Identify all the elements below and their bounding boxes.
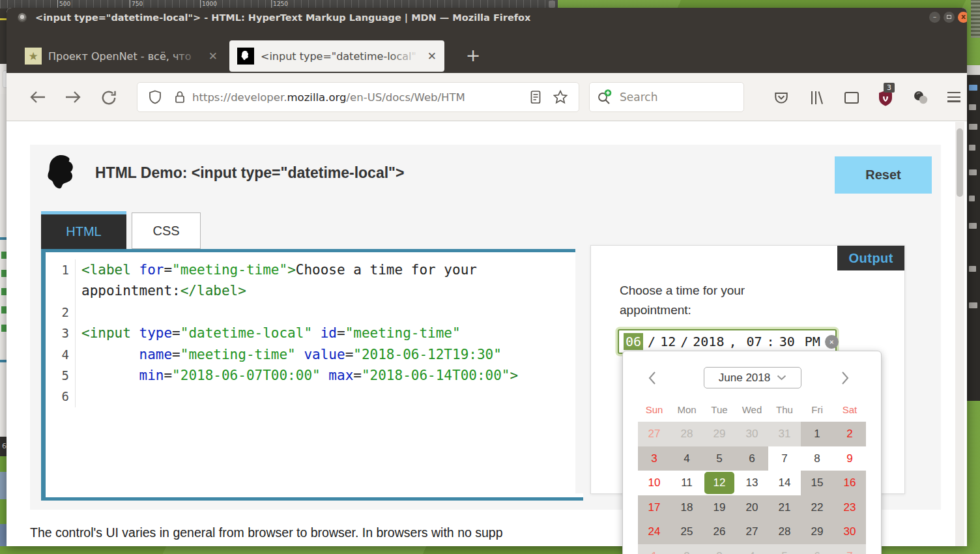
code-text[interactable]: name="meeting-time" value="2018-06-12T19… — [76, 344, 532, 365]
calendar-day-cell[interactable]: 27 — [736, 519, 768, 544]
calendar-day-cell[interactable]: 31 — [768, 422, 801, 446]
forward-button[interactable] — [64, 89, 82, 105]
reader-mode-icon[interactable] — [530, 90, 541, 104]
calendar-month-dropdown[interactable]: June 2018 — [704, 367, 801, 388]
code-text[interactable] — [76, 386, 532, 407]
line-number: 2 — [46, 302, 76, 323]
menu-button[interactable] — [947, 92, 960, 102]
search-bar[interactable]: Search — [589, 82, 744, 112]
url-bar[interactable]: https://developer.mozilla.org/en-US/docs… — [137, 82, 579, 112]
calendar-next-button[interactable] — [841, 371, 856, 386]
calendar-day-cell[interactable]: 27 — [638, 422, 670, 446]
calendar-day-cell[interactable]: 1 — [638, 544, 670, 554]
calendar-day-cell[interactable]: 10 — [638, 471, 670, 495]
calendar-day-cell[interactable]: 17 — [638, 495, 670, 520]
calendar-day-cell[interactable]: 29 — [801, 519, 833, 544]
calendar-day-cell[interactable]: 23 — [833, 495, 866, 520]
maximize-button[interactable] — [944, 12, 955, 23]
calendar-day-cell[interactable]: 30 — [736, 422, 768, 446]
tab-html[interactable]: HTML — [41, 211, 126, 249]
calendar-day-cell[interactable]: 16 — [833, 471, 866, 495]
calendar-day-cell[interactable]: 6 — [801, 544, 833, 554]
code-line[interactable]: 2 — [46, 302, 583, 323]
code-line[interactable]: 1<label for="meeting-time">Choose a time… — [46, 259, 583, 302]
calendar-day-cell[interactable]: 30 — [833, 519, 866, 544]
code-line[interactable]: 4 name="meeting-time" value="2018-06-12T… — [46, 344, 583, 365]
code-text[interactable]: <input type="datetime-local" id="meeting… — [76, 323, 532, 343]
new-tab-button[interactable]: + — [460, 40, 486, 72]
calendar-day-cell[interactable]: 4 — [736, 544, 768, 554]
background-fragment — [969, 266, 976, 272]
clear-button[interactable]: ✕ — [825, 335, 839, 349]
code-text[interactable]: <label for="meeting-time">Choose a time … — [76, 259, 532, 302]
calendar-day-cell[interactable]: 1 — [801, 422, 833, 446]
screenshot-icon[interactable] — [843, 90, 860, 106]
calendar-day-cell[interactable]: 4 — [670, 446, 703, 471]
code-line[interactable]: 5 min="2018-06-07T00:00" max="2018-06-14… — [46, 365, 583, 386]
code-line[interactable]: 3<input type="datetime-local" id="meetin… — [46, 323, 583, 343]
calendar-day-cell[interactable]: 6 — [736, 446, 768, 471]
calendar-day-cell[interactable]: 15 — [801, 471, 833, 495]
calendar-day-cell[interactable]: 28 — [670, 422, 703, 446]
calendar-day-cell[interactable]: 21 — [768, 495, 801, 520]
close-button[interactable]: x — [958, 12, 967, 23]
calendar-day-cell[interactable]: 20 — [736, 495, 768, 520]
calendar-day-cell[interactable]: 7 — [833, 544, 866, 554]
back-button[interactable] — [29, 89, 47, 105]
calendar-day-cell[interactable]: 9 — [833, 446, 866, 471]
ruler-icon — [549, 1, 555, 8]
calendar-day-cell[interactable]: 29 — [703, 422, 736, 446]
page-scrollbar[interactable] — [955, 122, 964, 546]
extension-icon[interactable] — [912, 90, 929, 106]
tab-mdn-active[interactable]: <input type="datetime-local" ✕ — [229, 40, 444, 72]
datetime-meridiem-segment[interactable]: PM — [805, 334, 820, 349]
url-text[interactable]: https://developer.mozilla.org/en-US/docs… — [192, 91, 524, 104]
reload-button[interactable] — [100, 89, 117, 106]
bookmark-star-icon[interactable] — [553, 90, 568, 104]
tab-opennet[interactable]: ★ Проект OpenNet - всё, что ✕ — [17, 40, 225, 72]
calendar-day-cell[interactable]: 12 — [703, 471, 736, 495]
calendar-day-cell[interactable]: 25 — [670, 519, 703, 544]
calendar-day-cell[interactable]: 19 — [703, 495, 736, 520]
pocket-icon[interactable] — [773, 90, 789, 106]
datetime-month-segment[interactable]: 06 — [624, 333, 643, 350]
tab-close-icon[interactable]: ✕ — [201, 50, 225, 63]
calendar-day-cell[interactable]: 3 — [703, 544, 736, 554]
datetime-day-segment[interactable]: 12 — [660, 334, 676, 349]
calendar-prev-button[interactable] — [648, 371, 663, 386]
calendar-day-cell[interactable]: 5 — [768, 544, 801, 554]
calendar-day-cell[interactable]: 22 — [801, 495, 833, 520]
datetime-minute-segment[interactable]: 30 — [779, 334, 795, 349]
datetime-year-segment[interactable]: 2018 — [693, 334, 724, 349]
window-menu-icon[interactable] — [18, 13, 27, 22]
calendar-day-cell[interactable]: 8 — [801, 446, 833, 471]
tab-css[interactable]: CSS — [132, 212, 201, 249]
calendar-day-cell[interactable]: 2 — [833, 422, 866, 446]
lock-icon[interactable] — [173, 90, 186, 104]
calendar-day-cell[interactable]: 11 — [670, 471, 703, 495]
calendar-day-cell[interactable]: 18 — [670, 495, 703, 520]
reset-button[interactable]: Reset — [835, 156, 932, 194]
shield-icon[interactable] — [149, 90, 162, 104]
code-text[interactable] — [76, 302, 532, 323]
calendar-day-cell[interactable]: 28 — [768, 519, 801, 544]
datetime-hour-segment[interactable]: 07 — [747, 334, 762, 349]
calendar-day-cell[interactable]: 5 — [703, 446, 736, 471]
calendar-day-cell[interactable]: 7 — [768, 446, 801, 471]
code-text[interactable]: min="2018-06-07T00:00" max="2018-06-14T0… — [76, 365, 532, 386]
calendar-day-cell[interactable]: 3 — [638, 446, 670, 471]
calendar-day-cell[interactable]: 2 — [670, 544, 703, 554]
background-fragment — [969, 223, 977, 229]
code-editor[interactable]: 1<label for="meeting-time">Choose a time… — [41, 249, 583, 501]
library-icon[interactable] — [809, 90, 826, 106]
tab-close-icon[interactable]: ✕ — [420, 50, 444, 63]
calendar-day-cell[interactable]: 13 — [736, 471, 768, 495]
calendar-day-cell[interactable]: 14 — [768, 471, 801, 495]
minimize-button[interactable]: – — [929, 12, 940, 23]
calendar-day-cell[interactable]: 24 — [638, 519, 670, 544]
scrollbar-thumb[interactable] — [957, 128, 963, 197]
calendar-day-cell[interactable]: 26 — [703, 519, 736, 544]
code-line[interactable]: 6 — [46, 386, 583, 407]
calendar-popup: June 2018 SunMonTueWedThuFriSat 27282930… — [622, 351, 882, 554]
titlebar[interactable]: <input type="datetime-local"> - HTML: Hy… — [7, 8, 967, 27]
